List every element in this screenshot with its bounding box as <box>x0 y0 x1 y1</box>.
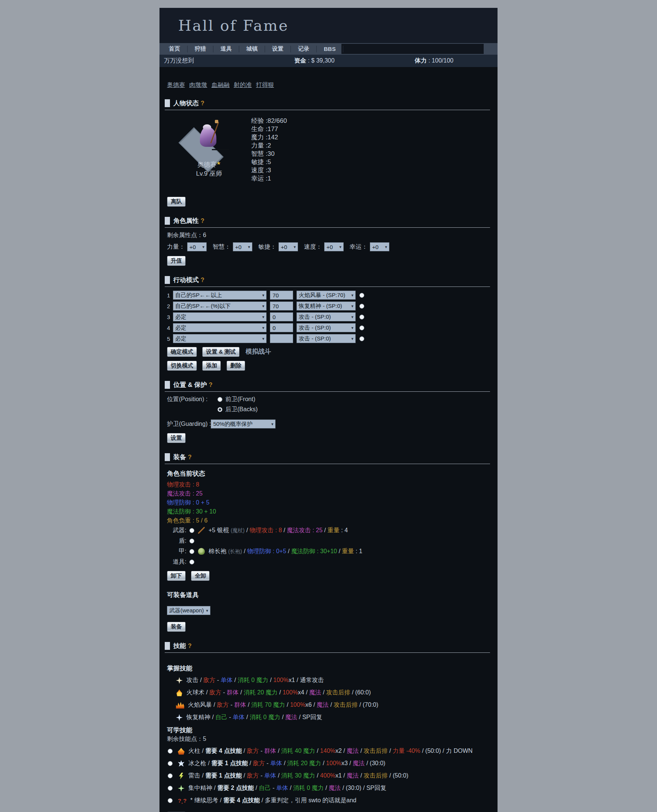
nav-divider <box>343 46 343 53</box>
party-member-link[interactable]: 打得狠 <box>256 82 274 88</box>
attr-select-luk[interactable]: +0▾ <box>370 242 389 251</box>
attr-select-agi[interactable]: +0▾ <box>279 242 298 251</box>
attr-select-spd[interactable]: +0▾ <box>324 242 344 251</box>
unequip-button[interactable]: 卸下 <box>167 571 186 581</box>
condition-select[interactable]: 自己的SP←←(%)以下▾ <box>173 301 266 310</box>
nav-item-items[interactable]: 道具 <box>213 45 239 53</box>
back-radio[interactable] <box>218 407 223 412</box>
mode-buttons-row-2: 切换模式 添加 删除 <box>167 361 490 371</box>
leave-party-button[interactable]: 离队 <box>167 196 186 207</box>
attr-select-int[interactable]: +0▾ <box>233 242 252 251</box>
unequip-all-button[interactable]: 全卸 <box>191 571 210 581</box>
nav-item-bbs[interactable]: BBS <box>317 46 343 52</box>
party-member-link[interactable]: 射的准 <box>234 82 252 88</box>
shield-slot-row: 盾: <box>167 536 490 546</box>
attr-select-str[interactable]: +0▾ <box>187 242 207 251</box>
accessory-slot-radio[interactable] <box>190 560 194 564</box>
mode-radio[interactable] <box>360 326 364 330</box>
action-mode-row-4: 4 必定▾ 攻击 - (SP:0)▾ <box>167 323 490 332</box>
nav-item-hunt[interactable]: 狩猎 <box>188 45 213 53</box>
learn-skill-radio[interactable] <box>168 773 173 778</box>
mode-radio[interactable] <box>360 293 364 298</box>
party-member-link[interactable]: 肉墩墩 <box>189 82 207 88</box>
attr-label-spd: 速度： <box>304 243 322 251</box>
learn-skill-radio[interactable] <box>168 798 173 803</box>
skill-action-select[interactable]: 恢复精神 - (SP:0)▾ <box>296 301 356 310</box>
party-member-link[interactable]: 奥德赛 <box>167 82 185 88</box>
weapon-slot-radio[interactable] <box>190 528 194 533</box>
mode-radio[interactable] <box>360 336 364 341</box>
mode-row-number: 4 <box>167 325 173 331</box>
help-link[interactable]: ? <box>201 218 204 224</box>
skill-action-select[interactable]: 攻击 - (SP:0)▾ <box>296 323 356 332</box>
guarding-select[interactable]: 50%的概率保护▾ <box>211 419 276 429</box>
section-title-action-mode: 行动模式 <box>173 276 199 284</box>
learnable-skill-row: 火柱 / 需要 4 点技能 / 敌方 - 群体 / 消耗 40 魔力 / 140… <box>167 746 490 756</box>
guarding-setting: 护卫(Guarding) : 50%的概率保护▾ <box>167 419 490 429</box>
action-mode-row-1: 1 自己的SP←←以上▾ 火焰风暴 - (SP:70)▾ <box>167 291 490 300</box>
switch-mode-button[interactable]: 切换模式 <box>167 361 197 371</box>
skill-action-select[interactable]: 攻击 - (SP:0)▾ <box>296 312 356 321</box>
front-radio[interactable] <box>218 397 223 402</box>
condition-threshold-input[interactable] <box>270 291 293 300</box>
condition-select[interactable]: 自己的SP←←以上▾ <box>173 291 266 300</box>
chevron-down-icon: ▾ <box>262 304 264 309</box>
condition-threshold-input[interactable] <box>270 301 293 310</box>
attr-label-agi: 敏捷： <box>258 243 276 251</box>
party-member-link[interactable]: 血融融 <box>212 82 229 88</box>
action-value: 火焰风暴 - (SP:70) <box>299 292 345 299</box>
character-name-text: 奥德赛 <box>197 161 216 168</box>
upgrade-button[interactable]: 升值 <box>167 256 186 266</box>
equip-button[interactable]: 装备 <box>167 622 186 632</box>
attr-label-luk: 幸运： <box>350 243 367 251</box>
skill-action-select[interactable]: 火焰风暴 - (SP:70)▾ <box>296 291 356 300</box>
learn-skill-radio[interactable] <box>168 761 173 766</box>
condition-select[interactable]: 必定▾ <box>173 334 266 343</box>
nav-item-records[interactable]: 记录 <box>291 45 316 53</box>
chevron-down-icon: ▾ <box>294 245 296 249</box>
skill-action-select[interactable]: 攻击 - (SP:0)▾ <box>296 334 356 343</box>
confirm-mode-button[interactable]: 确定模式 <box>167 347 197 357</box>
simulate-battle-link[interactable]: 模拟战斗 <box>246 348 271 355</box>
mode-buttons-row-1: 确定模式 设置 & 测试 模拟战斗 <box>167 347 490 357</box>
position-option-front: 前卫(Front) <box>218 396 258 404</box>
help-link[interactable]: ? <box>201 277 204 284</box>
item-category-select[interactable]: 武器(weapon)▾ <box>167 606 210 615</box>
weight-stat: 角色负重 : 5 / 6 <box>167 516 490 525</box>
condition-select[interactable]: 必定▾ <box>173 323 266 332</box>
armor-slot-radio[interactable] <box>190 549 194 554</box>
icespear-icon <box>178 760 185 767</box>
help-link[interactable]: ? <box>201 100 204 107</box>
learn-skill-radio[interactable] <box>168 749 173 754</box>
condition-threshold-input[interactable] <box>270 334 293 343</box>
condition-threshold-input[interactable] <box>270 323 293 332</box>
section-marker <box>165 453 170 461</box>
section-header-status: 人物状态 ? <box>165 97 490 110</box>
mode-radio[interactable] <box>360 304 364 309</box>
stamina-display: 体力 : 100/100 <box>415 57 453 65</box>
chevron-down-icon: ▾ <box>385 245 387 249</box>
set-position-button[interactable]: 设置 <box>167 433 186 443</box>
section-marker <box>165 217 170 225</box>
help-link[interactable]: ? <box>188 454 191 461</box>
mode-radio[interactable] <box>360 315 364 320</box>
help-link[interactable]: ? <box>188 643 191 650</box>
stat-exp: 经验 :82/660 <box>251 117 287 125</box>
nav-item-settings[interactable]: 设置 <box>265 45 291 53</box>
help-link[interactable]: ? <box>209 382 213 388</box>
main-nav: 首页 狩猎 道具 城镇 设置 记录 BBS <box>159 43 498 55</box>
delete-mode-button[interactable]: 删除 <box>226 361 245 371</box>
skill-text: 火焰风暴 / 敌方 - 群体 / 消耗 70 魔力 / 100%x6 / 魔法 … <box>188 701 378 708</box>
learn-skill-radio[interactable] <box>168 786 173 791</box>
condition-threshold-input[interactable] <box>270 312 293 321</box>
condition-select[interactable]: 必定▾ <box>173 312 266 321</box>
learnable-skills-title: 可学技能 <box>167 726 490 734</box>
action-mode-row-5: 5 必定▾ 攻击 - (SP:0)▾ <box>167 334 490 343</box>
nav-item-town[interactable]: 城镇 <box>239 45 265 53</box>
add-mode-button[interactable]: 添加 <box>202 361 221 371</box>
nav-item-home[interactable]: 首页 <box>162 45 187 53</box>
sprite-shadow <box>212 149 229 150</box>
shield-slot-radio[interactable] <box>190 539 194 544</box>
set-and-test-button[interactable]: 设置 & 测试 <box>202 347 239 357</box>
section-header-position: 位置 & 保护 ? <box>165 379 490 392</box>
